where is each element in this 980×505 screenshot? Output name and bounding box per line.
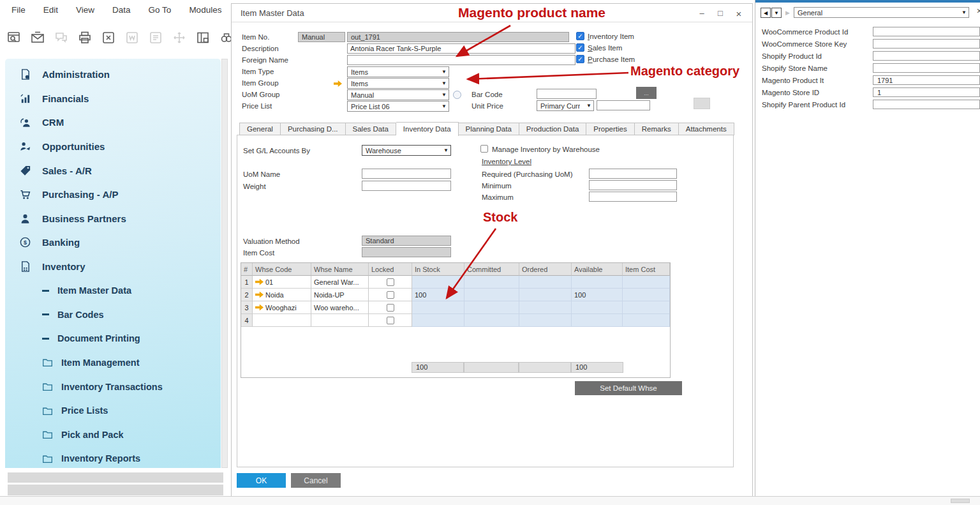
bar-code-browse-button[interactable]: ... [636, 87, 657, 99]
uom-name-input[interactable] [362, 169, 451, 179]
nav-down-icon[interactable]: ▼ [771, 8, 782, 18]
tab-planning-data[interactable]: Planning Data [459, 123, 519, 135]
menu-goto[interactable]: Go To [149, 5, 172, 15]
nav-left-icon[interactable]: ◀ [761, 8, 771, 18]
minimum-input[interactable] [589, 180, 677, 190]
tab-remarks[interactable]: Remarks [635, 123, 679, 135]
link-arrow-icon[interactable] [334, 80, 342, 87]
udf-category-dropdown[interactable]: General ▼ [794, 7, 969, 18]
tab-sales-data[interactable]: Sales Data [346, 123, 396, 135]
committed-cell[interactable] [464, 301, 519, 314]
tab-attachments[interactable]: Attachments [679, 123, 734, 135]
shopify-product-id-input[interactable] [873, 51, 980, 61]
tab-general[interactable]: General [239, 123, 281, 135]
foreign-name-input[interactable] [347, 55, 575, 65]
inventory-level-link[interactable]: Inventory Level [482, 158, 531, 165]
item-cost-cell[interactable] [623, 289, 670, 301]
mail-icon[interactable] [30, 30, 45, 46]
whse-code-cell[interactable] [253, 314, 311, 327]
menu-view[interactable]: View [76, 5, 94, 15]
cancel-button[interactable]: Cancel [291, 473, 341, 488]
tab-production-data[interactable]: Production Data [519, 123, 586, 135]
weight-input[interactable] [362, 181, 451, 191]
menu-modules[interactable]: Modules [189, 5, 221, 15]
form-search-icon[interactable] [6, 30, 22, 46]
item-type-dropdown[interactable]: Items ▼ [347, 66, 449, 77]
item-group-dropdown[interactable]: Items ▼ [347, 78, 449, 89]
description-input[interactable] [347, 43, 575, 54]
sidebar-item-document-printing[interactable]: Document Printing [5, 327, 221, 351]
maximum-input[interactable] [589, 192, 677, 202]
col-available[interactable]: Available [572, 263, 623, 276]
col-in-stock[interactable]: In Stock [412, 263, 464, 276]
woocommerce-store-key-input[interactable] [873, 39, 980, 49]
tab-inventory-data[interactable]: Inventory Data [396, 122, 459, 136]
purchase-item-checkbox[interactable]: ✓ [576, 55, 584, 63]
printer-icon[interactable] [77, 30, 93, 46]
inventory-item-checkbox[interactable]: ✓ [576, 32, 584, 40]
link-arrow-icon[interactable] [255, 279, 264, 285]
menu-file[interactable]: File [11, 5, 26, 15]
panel-close-icon[interactable]: × [977, 6, 980, 16]
whse-name-cell[interactable]: Noida-UP [311, 289, 369, 301]
col-locked[interactable]: Locked [369, 263, 412, 276]
menu-edit[interactable]: Edit [43, 5, 58, 15]
price-list-dropdown[interactable]: Price List 06 ▼ [347, 101, 449, 112]
col-whse-name[interactable]: Whse Name [311, 263, 369, 276]
whse-code-cell[interactable]: Wooghazi [253, 301, 311, 314]
in-stock-cell[interactable] [412, 301, 464, 314]
in-stock-cell[interactable] [412, 276, 464, 289]
form-settings-icon[interactable] [195, 30, 211, 46]
col-item-cost[interactable]: Item Cost [623, 263, 670, 276]
set-default-whse-button[interactable]: Set Default Whse [575, 381, 682, 395]
sidebar-item-inventory[interactable]: Inventory [5, 255, 221, 279]
committed-cell[interactable] [464, 289, 519, 301]
maximize-icon[interactable]: □ [716, 8, 725, 19]
required-input[interactable] [589, 169, 677, 179]
close-icon[interactable]: × [734, 8, 743, 19]
available-cell[interactable] [572, 301, 623, 314]
magento-product-id-input[interactable] [873, 75, 980, 85]
sidebar-item-crm[interactable]: CRM [5, 110, 221, 135]
ordered-cell[interactable] [519, 276, 572, 289]
col-ordered[interactable]: Ordered [519, 263, 572, 276]
link-arrow-icon[interactable] [255, 305, 264, 311]
item-cost-cell[interactable] [623, 314, 670, 327]
sidebar-item-bar-codes[interactable]: Bar Codes [5, 303, 221, 327]
unit-price-input[interactable] [597, 100, 650, 110]
woocommerce-product-id-input[interactable] [873, 27, 980, 36]
in-stock-cell[interactable] [412, 314, 464, 327]
in-stock-cell[interactable]: 100 [412, 289, 464, 301]
link-arrow-icon[interactable] [255, 292, 264, 298]
item-no-value[interactable]: out_1791 [347, 32, 569, 42]
sales-item-checkbox[interactable]: ✓ [576, 43, 584, 52]
committed-cell[interactable] [464, 276, 519, 289]
bar-code-input[interactable] [537, 89, 597, 99]
sidebar-item-opportunities[interactable]: Opportunities [5, 135, 221, 159]
sidebar-item-item-management[interactable]: Item Management [5, 350, 221, 375]
manage-inventory-checkbox[interactable] [480, 145, 488, 153]
ordered-cell[interactable] [519, 289, 572, 301]
shopify-store-name-input[interactable] [873, 63, 980, 73]
locked-checkbox[interactable] [387, 278, 394, 286]
col-committed[interactable]: Committed [464, 263, 519, 276]
tab-properties[interactable]: Properties [586, 123, 634, 135]
whse-name-cell[interactable]: General War... [311, 276, 369, 289]
item-no-mode-box[interactable]: Manual [298, 32, 345, 42]
sidebar-item-purchasing-ap[interactable]: Purchasing - A/P [5, 183, 221, 207]
horizontal-scrollbar-thumb[interactable] [951, 499, 970, 503]
available-cell[interactable]: 100 [572, 289, 623, 301]
col-whse-code[interactable]: Whse Code [253, 263, 311, 276]
locked-checkbox[interactable] [387, 317, 394, 324]
set-gl-accounts-dropdown[interactable]: Warehouse ▼ [362, 145, 451, 156]
item-cost-cell[interactable] [623, 276, 670, 289]
sidebar-item-banking[interactable]: $ Banking [5, 230, 221, 255]
ordered-cell[interactable] [519, 301, 572, 314]
sidebar-item-administration[interactable]: Administration [5, 63, 221, 87]
sidebar-scrollbar[interactable] [221, 59, 228, 468]
committed-cell[interactable] [464, 314, 519, 327]
uom-info-icon[interactable] [453, 91, 461, 99]
available-cell[interactable] [572, 314, 623, 327]
whse-code-cell[interactable]: Noida [253, 289, 311, 301]
ordered-cell[interactable] [519, 314, 572, 327]
